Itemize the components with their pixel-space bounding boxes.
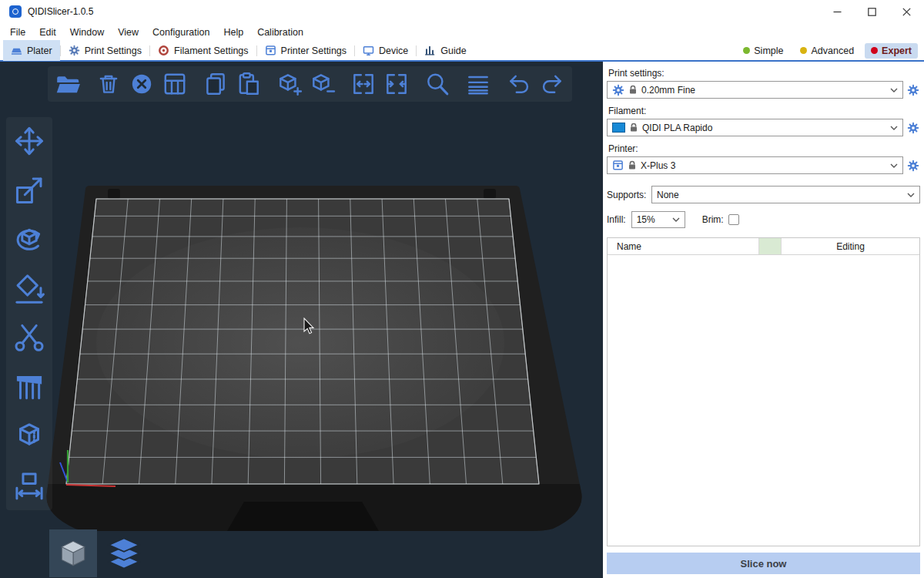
gear-icon <box>907 160 919 172</box>
supports-label: Supports: <box>607 190 651 200</box>
split-to-parts-icon <box>383 71 410 97</box>
split-to-parts-button[interactable] <box>383 70 410 98</box>
move-button[interactable] <box>11 123 48 160</box>
remove-instance-button[interactable] <box>309 70 336 98</box>
tab-plater[interactable]: Plater <box>3 40 60 61</box>
move-icon <box>12 123 47 159</box>
gear-icon <box>907 84 919 96</box>
printer-select[interactable]: X-Plus 3 <box>607 156 903 174</box>
search-button[interactable] <box>424 70 451 98</box>
print-settings-gear-button[interactable] <box>907 83 920 96</box>
extruder-column-header <box>759 238 782 254</box>
printer-label: Printer: <box>608 143 920 154</box>
simple-dot-icon <box>743 47 750 54</box>
rotate-button[interactable] <box>11 221 48 258</box>
variable-layer-height-icon <box>465 71 491 97</box>
split-to-objects-button[interactable] <box>350 70 377 98</box>
object-list-body[interactable] <box>608 255 919 546</box>
add-instance-icon <box>276 71 303 97</box>
place-on-face-icon <box>12 271 47 307</box>
view-mode-switch <box>49 529 148 577</box>
tab-print-settings[interactable]: Print Settings <box>61 40 149 61</box>
infill-select[interactable]: 15% <box>631 211 685 228</box>
measure-icon <box>12 469 47 504</box>
cut-button[interactable] <box>11 320 48 357</box>
printer-gear-button[interactable] <box>907 159 920 172</box>
editor-view-button[interactable] <box>49 529 97 577</box>
gear-icon <box>612 84 624 96</box>
viewport-toolbar <box>48 66 572 102</box>
slice-now-button[interactable]: Slice now <box>607 553 920 574</box>
redo-button[interactable] <box>538 70 566 98</box>
tab-filament-settings[interactable]: Filament Settings <box>150 40 256 61</box>
tab-guide[interactable]: Guide <box>417 40 474 61</box>
filament-color-swatch <box>612 123 625 133</box>
search-icon <box>424 71 450 97</box>
brim-label: Brim: <box>702 214 724 225</box>
chevron-down-icon <box>890 163 898 168</box>
minimize-button[interactable] <box>820 0 855 23</box>
editor-3d-cube-icon <box>57 537 89 570</box>
tab-device[interactable]: Device <box>355 40 416 61</box>
measure-button[interactable] <box>11 468 48 505</box>
undo-icon <box>506 71 532 97</box>
window-title: QIDISlicer-1.0.5 <box>28 6 93 17</box>
variable-layer-height-button[interactable] <box>464 70 492 98</box>
app-window: QIDISlicer-1.0.5 File Edit Window View C… <box>0 0 924 578</box>
brim-checkbox[interactable] <box>728 214 739 225</box>
mode-advanced[interactable]: Advanced <box>794 43 860 59</box>
mode-simple[interactable]: Simple <box>737 43 789 59</box>
menu-edit[interactable]: Edit <box>32 25 63 40</box>
mode-selector: Simple Advanced Expert <box>737 43 924 59</box>
supports-row: Supports: None <box>607 186 920 203</box>
lock-icon <box>629 123 638 133</box>
place-on-face-button[interactable] <box>11 271 48 307</box>
lock-icon <box>628 160 637 170</box>
undo-button[interactable] <box>505 70 533 98</box>
editing-column-header: Editing <box>782 238 919 254</box>
tab-printer-settings[interactable]: Printer Settings <box>257 40 354 61</box>
cut-icon <box>12 321 47 356</box>
add-instance-button[interactable] <box>276 70 303 98</box>
menu-calibration[interactable]: Calibration <box>250 25 310 40</box>
menu-help[interactable]: Help <box>216 25 250 40</box>
arrange-button[interactable] <box>161 70 189 98</box>
close-icon <box>902 8 911 16</box>
object-list-header: Name Editing <box>608 238 919 255</box>
chevron-down-icon <box>907 193 915 197</box>
preview-view-button[interactable] <box>100 529 148 577</box>
seam-icon <box>12 419 47 455</box>
name-column-header: Name <box>608 238 759 254</box>
menu-configuration[interactable]: Configuration <box>146 25 216 40</box>
delete-button[interactable] <box>95 70 122 98</box>
copy-button[interactable] <box>202 70 229 98</box>
paste-button[interactable] <box>235 70 263 98</box>
mode-expert[interactable]: Expert <box>865 43 918 59</box>
scale-button[interactable] <box>11 172 48 209</box>
menu-file[interactable]: File <box>3 25 32 40</box>
menu-view[interactable]: View <box>111 25 146 40</box>
paint-supports-button[interactable] <box>11 369 48 406</box>
printer-icon <box>265 45 276 56</box>
close-button[interactable] <box>889 0 924 23</box>
supports-select[interactable]: None <box>651 186 920 203</box>
app-logo-icon <box>9 5 22 18</box>
gear-icon <box>69 45 80 56</box>
open-button[interactable] <box>54 70 82 98</box>
chevron-down-icon <box>890 88 898 92</box>
3d-viewport[interactable] <box>0 62 603 578</box>
filament-select[interactable]: QIDI PLA Rapido <box>607 119 903 136</box>
menu-window[interactable]: Window <box>63 25 111 40</box>
settings-panel: Print settings: 0.20mm Fine Filament: QI… <box>603 62 924 578</box>
paint-supports-icon <box>12 370 47 405</box>
delete-all-icon <box>129 71 155 97</box>
filament-value: QIDI PLA Rapido <box>642 123 886 133</box>
title-bar: QIDISlicer-1.0.5 <box>0 0 924 23</box>
filament-gear-button[interactable] <box>907 121 920 134</box>
split-to-objects-icon <box>350 71 377 97</box>
maximize-button[interactable] <box>855 0 889 23</box>
lock-icon <box>628 85 638 95</box>
seam-button[interactable] <box>11 418 48 455</box>
delete-all-button[interactable] <box>128 70 156 98</box>
print-settings-select[interactable]: 0.20mm Fine <box>607 81 903 99</box>
